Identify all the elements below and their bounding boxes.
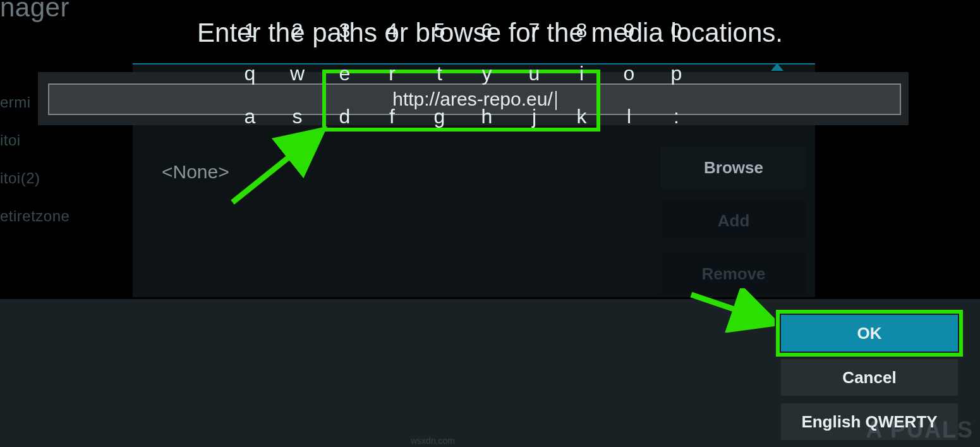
key-4[interactable]: 4 <box>368 9 416 52</box>
add-button[interactable]: Add <box>661 200 806 242</box>
remove-button[interactable]: Remove <box>661 253 806 295</box>
path-list[interactable]: <None> <box>147 145 652 240</box>
key-1[interactable]: 1 <box>226 9 274 52</box>
key-6[interactable]: 6 <box>463 9 511 52</box>
edge-label: itoi <box>0 132 21 149</box>
chevron-up-icon <box>771 63 783 71</box>
key-w[interactable]: w <box>274 52 321 95</box>
key-h[interactable]: h <box>463 95 511 138</box>
key-u[interactable]: u <box>511 52 558 95</box>
key-0[interactable]: 0 <box>653 9 700 52</box>
key-t[interactable]: t <box>416 52 463 95</box>
key-s[interactable]: s <box>274 95 321 138</box>
keyboard-grid: 1 2 3 4 5 6 7 8 9 0 q w e r t y u i o p … <box>226 9 700 138</box>
key-f[interactable]: f <box>368 95 416 138</box>
path-list-none: <None> <box>162 161 229 183</box>
browse-button[interactable]: Browse <box>661 147 806 188</box>
key-d[interactable]: d <box>321 95 368 138</box>
key-q[interactable]: q <box>226 52 274 95</box>
ok-button[interactable]: OK <box>781 315 958 352</box>
edge-label: ermi <box>0 94 31 111</box>
key-j[interactable]: j <box>511 95 558 138</box>
keyboard-layout-button[interactable]: English QWERTY <box>781 403 958 440</box>
key-l[interactable]: l <box>605 95 653 138</box>
key-9[interactable]: 9 <box>605 9 653 52</box>
key-2[interactable]: 2 <box>274 9 321 52</box>
key-k[interactable]: k <box>558 95 605 138</box>
key-8[interactable]: 8 <box>558 9 605 52</box>
cancel-button[interactable]: Cancel <box>781 359 958 396</box>
key-a[interactable]: a <box>226 95 274 138</box>
key-5[interactable]: 5 <box>416 9 463 52</box>
key-y[interactable]: y <box>463 52 511 95</box>
edge-label: etiretzone <box>0 207 70 225</box>
key-e[interactable]: e <box>321 52 368 95</box>
edge-label: itoi(2) <box>0 169 40 187</box>
key-o[interactable]: o <box>605 52 653 95</box>
key-r[interactable]: r <box>368 52 416 95</box>
key-g[interactable]: g <box>416 95 463 138</box>
key-i[interactable]: i <box>558 52 605 95</box>
key-p[interactable]: p <box>653 52 700 95</box>
key-3[interactable]: 3 <box>321 9 368 52</box>
key-colon[interactable]: : <box>653 95 700 138</box>
key-7[interactable]: 7 <box>511 9 558 52</box>
